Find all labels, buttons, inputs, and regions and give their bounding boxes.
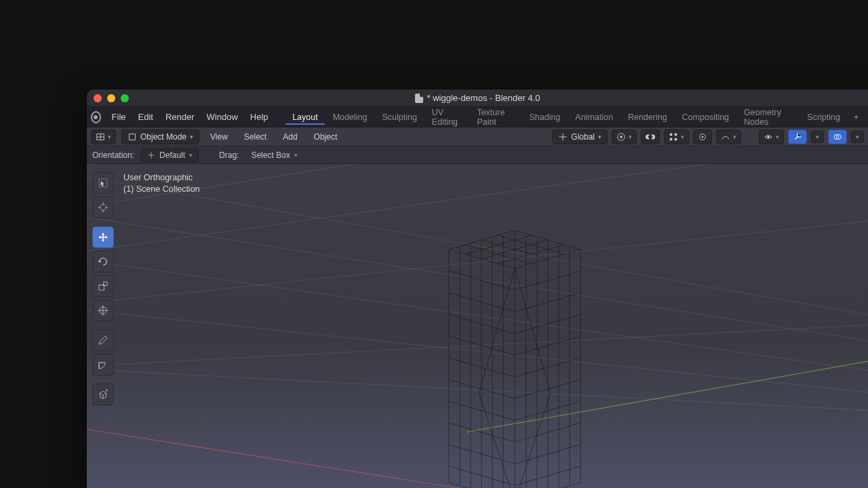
workspace-tab-sculpting[interactable]: Sculpting xyxy=(375,110,423,125)
svg-line-39 xyxy=(515,358,580,377)
menu-help[interactable]: Help xyxy=(245,109,274,125)
add-cube-tool[interactable] xyxy=(92,384,114,405)
move-tool[interactable] xyxy=(92,226,114,248)
svg-rect-3 xyxy=(130,134,136,140)
menubar: File Edit Render Window Help Layout Mode… xyxy=(87,107,868,127)
svg-line-41 xyxy=(515,401,580,420)
chevron-down-icon: ▾ xyxy=(681,134,684,140)
svg-line-44 xyxy=(515,466,580,485)
overlay-dropdown[interactable]: ▾ xyxy=(851,131,864,143)
proportional-editing-toggle[interactable] xyxy=(693,129,712,144)
menu-window[interactable]: Window xyxy=(201,109,243,125)
viewport-3d[interactable]: User Orthographic (1) Scene Collection xyxy=(87,164,868,488)
proportional-falloff-dropdown[interactable]: ▾ xyxy=(716,129,741,144)
pivot-median-icon xyxy=(616,132,626,142)
measure-tool[interactable] xyxy=(92,354,114,375)
svg-line-31 xyxy=(449,401,515,420)
header-menu-add[interactable]: Add xyxy=(277,129,302,144)
chevron-down-icon: ▾ xyxy=(816,134,819,140)
svg-line-29 xyxy=(449,358,515,377)
chevron-down-icon: ▾ xyxy=(629,134,632,140)
transform-orientation-dropdown[interactable]: Global ▾ xyxy=(552,129,608,144)
editor-type-dropdown[interactable]: ▾ xyxy=(91,129,116,144)
viewport-hud: User Orthographic (1) Scene Collection xyxy=(123,172,200,195)
visibility-icon xyxy=(764,132,773,142)
workspace-tab-scripting[interactable]: Scripting xyxy=(800,110,847,125)
workspace-tab-animation[interactable]: Animation xyxy=(568,110,620,125)
blender-logo-icon[interactable] xyxy=(91,111,101,123)
svg-point-4 xyxy=(620,136,623,138)
pivot-point-dropdown[interactable]: ▾ xyxy=(612,129,637,144)
menu-render[interactable]: Render xyxy=(160,109,200,125)
tool-orientation-dropdown[interactable]: Default ▾ xyxy=(141,148,199,162)
tool-settings-bar: Orientation: Default ▾ Drag: Select Box … xyxy=(87,146,868,164)
drag-action-dropdown[interactable]: Select Box ▾ xyxy=(245,149,302,161)
svg-rect-9 xyxy=(675,138,677,140)
snap-toggle[interactable] xyxy=(641,129,660,144)
svg-line-25 xyxy=(449,271,515,290)
workspace-tab-layout[interactable]: Layout xyxy=(285,110,325,125)
chevron-down-icon: ▾ xyxy=(598,134,601,140)
svg-line-43 xyxy=(515,445,580,464)
menu-edit[interactable]: Edit xyxy=(133,109,159,125)
rotate-tool[interactable] xyxy=(92,251,114,272)
chevron-down-icon: ▾ xyxy=(294,152,298,159)
titlebar: * wiggle-demos - Blender 4.0 xyxy=(87,89,868,107)
mode-dropdown[interactable]: Object Mode ▾ xyxy=(121,129,199,144)
scale-tool[interactable] xyxy=(92,275,114,297)
workspace-tab-shading[interactable]: Shading xyxy=(522,110,567,125)
svg-rect-6 xyxy=(670,133,673,136)
chevron-down-icon: ▾ xyxy=(190,134,193,140)
svg-line-28 xyxy=(449,336,515,355)
gizmo-toggle[interactable] xyxy=(788,129,807,144)
zoom-window-button[interactable] xyxy=(121,94,129,102)
gizmo-icon xyxy=(793,132,802,142)
chevron-down-icon: ▾ xyxy=(733,134,736,140)
hud-view-name: User Orthographic xyxy=(123,172,200,184)
app-window: * wiggle-demos - Blender 4.0 File Edit R… xyxy=(87,89,868,488)
grid-line xyxy=(87,164,868,171)
chevron-down-icon: ▾ xyxy=(189,152,193,159)
minimize-window-button[interactable] xyxy=(107,94,115,102)
svg-point-11 xyxy=(702,136,704,138)
menu-file[interactable]: File xyxy=(106,109,132,125)
workspace-tab-compositing[interactable]: Compositing xyxy=(675,110,736,125)
workspace-tab-uv-editing[interactable]: UV Editing xyxy=(425,105,469,129)
header-menu-view[interactable]: View xyxy=(205,129,233,144)
snap-mode-dropdown[interactable]: ▾ xyxy=(664,129,689,144)
chevron-down-icon: ▾ xyxy=(776,134,779,140)
cursor-tool[interactable] xyxy=(92,197,114,218)
svg-line-27 xyxy=(449,314,515,333)
select-box-tool[interactable] xyxy=(92,172,114,194)
proportional-off-icon xyxy=(698,132,707,142)
document-icon xyxy=(415,94,423,103)
overlay-toggle[interactable] xyxy=(828,129,847,144)
window-title: * wiggle-demos - Blender 4.0 xyxy=(87,93,868,103)
add-workspace-button[interactable]: + xyxy=(848,110,864,125)
svg-line-37 xyxy=(515,314,580,333)
visibility-dropdown[interactable]: ▾ xyxy=(759,129,784,144)
workspace-tab-geometry-nodes[interactable]: Geometry Nodes xyxy=(737,105,799,129)
gizmo-dropdown[interactable]: ▾ xyxy=(811,131,824,143)
toolbar xyxy=(92,172,114,405)
header-menu-object[interactable]: Object xyxy=(309,129,343,144)
workspace-tab-texture-paint[interactable]: Texture Paint xyxy=(470,105,521,129)
svg-line-42 xyxy=(515,423,580,442)
overlay-icon xyxy=(833,132,842,142)
orientation-value: Global xyxy=(571,132,595,142)
workspace-tab-modeling[interactable]: Modeling xyxy=(326,110,374,125)
annotate-tool[interactable] xyxy=(92,329,114,351)
grid-line xyxy=(87,164,868,212)
chevron-down-icon: ▾ xyxy=(856,134,859,140)
wireframe-mesh xyxy=(446,230,583,488)
transform-tool[interactable] xyxy=(92,300,114,321)
workspace-tab-rendering[interactable]: Rendering xyxy=(621,110,674,125)
orientation-icon xyxy=(558,132,568,142)
orientation-label: Orientation: xyxy=(92,150,134,160)
close-window-button[interactable] xyxy=(94,94,102,102)
header-menu-select[interactable]: Select xyxy=(239,129,272,144)
svg-line-38 xyxy=(515,336,580,355)
viewport-editor-icon xyxy=(96,132,105,142)
snap-increment-icon xyxy=(669,132,678,142)
svg-point-12 xyxy=(767,136,770,138)
